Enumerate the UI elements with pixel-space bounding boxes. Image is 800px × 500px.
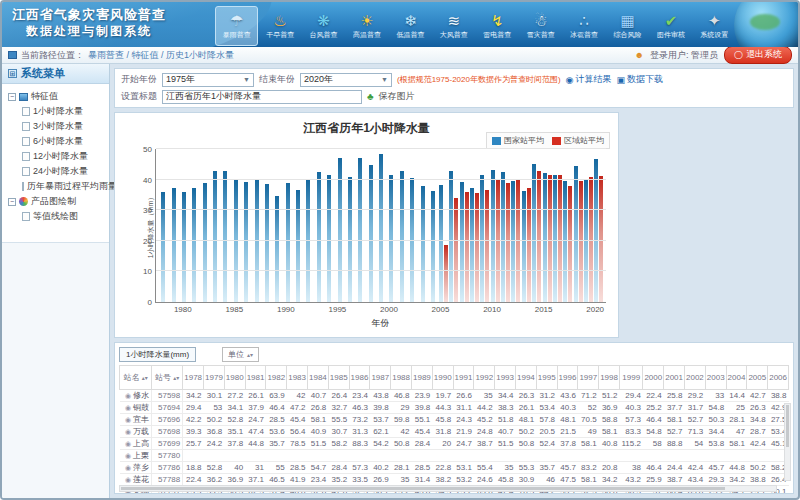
- station-name-cell[interactable]: ◉铜鼓: [120, 402, 152, 414]
- expand-icon[interactable]: −: [8, 93, 16, 101]
- national-bar-2016: [553, 175, 557, 302]
- station-name-cell[interactable]: ◉上栗: [120, 450, 152, 462]
- toolbar-wind-survey[interactable]: ≋大风普查: [432, 6, 475, 46]
- x-tick-1984: [217, 303, 225, 314]
- year-header-1994[interactable]: 1994: [515, 366, 536, 390]
- station-name-cell[interactable]: ◉莲花: [120, 474, 152, 486]
- logout-button[interactable]: ◯ 退出系统: [724, 46, 792, 64]
- year-header-1986[interactable]: 1986: [349, 366, 370, 390]
- vscroll-thumb[interactable]: [786, 405, 789, 447]
- radio-icon[interactable]: ◉: [125, 440, 131, 447]
- toolbar-hail-survey[interactable]: ∴冰雹普查: [562, 6, 605, 46]
- bar-group-2006: [449, 149, 459, 302]
- value-cell: 24.7: [245, 414, 266, 426]
- year-header-1978[interactable]: 1978: [183, 366, 204, 390]
- year-header-2000[interactable]: 2000: [643, 366, 664, 390]
- radio-icon[interactable]: ◉: [125, 452, 131, 459]
- year-header-1983[interactable]: 1983: [287, 366, 308, 390]
- year-header-1996[interactable]: 1996: [557, 366, 578, 390]
- table-row-万载[interactable]: ◉万载5769839.336.835.147.453.656.440.930.7…: [120, 426, 789, 438]
- year-header-1992[interactable]: 1992: [474, 366, 495, 390]
- radio-icon[interactable]: ◉: [125, 476, 131, 483]
- table-row-上高[interactable]: ◉上高5769925.724.237.844.835.778.551.558.2…: [120, 438, 789, 450]
- tree-item-历年暴雨过程平均雨量[interactable]: 历年暴雨过程平均雨量: [8, 179, 107, 194]
- table-row-宜丰[interactable]: ◉宜丰5769642.250.252.824.728.545.458.155.5…: [120, 414, 789, 426]
- year-header-1999[interactable]: 1999: [619, 366, 642, 390]
- year-header-1995[interactable]: 1995: [536, 366, 557, 390]
- year-header-1987[interactable]: 1987: [370, 366, 391, 390]
- tree-item-3小时降水量[interactable]: 3小时降水量: [8, 119, 107, 134]
- table-row-萍乡[interactable]: ◉萍乡5778618.852.840315528.554.728.457.340…: [120, 462, 789, 474]
- year-header-1989[interactable]: 1989: [412, 366, 433, 390]
- save-image-button[interactable]: 保存图片: [379, 90, 415, 103]
- tree-group-0[interactable]: −特征值: [8, 89, 107, 104]
- year-header-1993[interactable]: 1993: [495, 366, 516, 390]
- tree-item-24小时降水量[interactable]: 24小时降水量: [8, 164, 107, 179]
- year-header-2002[interactable]: 2002: [685, 366, 706, 390]
- tree-item-12小时降水量[interactable]: 12小时降水量: [8, 149, 107, 164]
- radio-icon[interactable]: ◉: [125, 464, 131, 471]
- unit-sort-control[interactable]: 单位▴▾: [222, 347, 259, 362]
- tree-group-label: 特征值: [31, 90, 58, 103]
- year-header-1979[interactable]: 1979: [204, 366, 225, 390]
- toolbar-typhoon-survey[interactable]: ❋台风普查: [302, 6, 345, 46]
- toolbar-rainstorm-survey[interactable]: ☂暴雨普查: [215, 6, 258, 46]
- tree-item-6小时降水量[interactable]: 6小时降水量: [8, 134, 107, 149]
- year-header-2005[interactable]: 2005: [747, 366, 768, 390]
- radio-icon[interactable]: ◉: [125, 404, 131, 411]
- expand-icon[interactable]: −: [8, 198, 16, 206]
- toolbar-snow-survey[interactable]: ☃雪灾普查: [519, 6, 562, 46]
- toolbar-lightning-survey[interactable]: ↯雷电普查: [476, 6, 519, 46]
- toolbar-system-settings[interactable]: ✦系统设置: [693, 6, 736, 46]
- year-header-1988[interactable]: 1988: [391, 366, 412, 390]
- station-name-cell[interactable]: ◉上高: [120, 438, 152, 450]
- station-name-cell[interactable]: ◉萍乡: [120, 462, 152, 474]
- table-row-修水[interactable]: ◉修水5759834.230.127.226.163.94240.726.423…: [120, 390, 789, 402]
- table-row-铜鼓[interactable]: ◉铜鼓5769429.45334.137.946.447.226.832.746…: [120, 402, 789, 414]
- radio-icon[interactable]: ◉: [125, 416, 131, 423]
- radio-icon[interactable]: ◉: [125, 428, 131, 435]
- table-row-上栗[interactable]: ◉上栗57780: [120, 450, 789, 462]
- app-title: 江西省气象灾害风险普查 数据处理与制图系统: [12, 7, 166, 39]
- station-name-cell[interactable]: ◉宜丰: [120, 414, 152, 426]
- year-header-2003[interactable]: 2003: [705, 366, 726, 390]
- radio-icon[interactable]: ◉: [125, 392, 131, 399]
- start-year-select[interactable]: 1975年▼: [162, 73, 254, 87]
- tree-item-1小时降水量[interactable]: 1小时降水量: [8, 104, 107, 119]
- tree-item-等值线绘图[interactable]: 等值线绘图: [8, 209, 107, 224]
- station-name-cell[interactable]: ◉修水: [120, 390, 152, 402]
- year-header-1980[interactable]: 1980: [224, 366, 245, 390]
- toolbar-comprehensive-risk[interactable]: ▦综合风险: [606, 6, 649, 46]
- year-header-1991[interactable]: 1991: [453, 366, 474, 390]
- year-header-1985[interactable]: 1985: [328, 366, 349, 390]
- table-row-莲花[interactable]: ◉莲花5778822.436.236.937.146.541.923.435.2…: [120, 474, 789, 486]
- toolbar-high-temp-survey[interactable]: ☀高温普查: [345, 6, 388, 46]
- year-header-1990[interactable]: 1990: [432, 366, 453, 390]
- year-header-1998[interactable]: 1998: [599, 366, 620, 390]
- horizontal-scrollbar[interactable]: [119, 485, 777, 492]
- end-year-select[interactable]: 2020年▼: [300, 73, 392, 87]
- toolbar-low-temp-survey[interactable]: ❄低温普查: [389, 6, 432, 46]
- toolbar-map-review[interactable]: ✔图件审核: [649, 6, 692, 46]
- data-download-button[interactable]: ▣ 数据下载: [616, 73, 663, 86]
- hscroll-thumb[interactable]: [121, 487, 725, 490]
- vertical-scrollbar[interactable]: [784, 403, 791, 481]
- unit-button[interactable]: 1小时降水量(mm): [119, 347, 196, 362]
- bar-group-1998: [366, 149, 376, 302]
- column-header-站号[interactable]: 站号 ▴▾: [152, 366, 183, 390]
- tree-group-1[interactable]: −产品图绘制: [8, 194, 107, 209]
- value-cell: 54.8: [643, 426, 664, 438]
- year-header-1984[interactable]: 1984: [308, 366, 329, 390]
- station-name-cell[interactable]: ◉万载: [120, 426, 152, 438]
- column-header-站名[interactable]: 站名 ▴▾: [120, 366, 152, 390]
- breadcrumb[interactable]: 暴雨普查 / 特征值 / 历史1小时降水量: [88, 49, 234, 62]
- calc-result-button[interactable]: ◉ 计算结果: [566, 73, 612, 86]
- toolbar-drought-survey[interactable]: ♨干旱普查: [258, 6, 301, 46]
- year-header-1997[interactable]: 1997: [578, 366, 599, 390]
- chart-title-input[interactable]: 江西省历年1小时降水量: [162, 90, 362, 104]
- year-header-2004[interactable]: 2004: [726, 366, 747, 390]
- year-header-1982[interactable]: 1982: [266, 366, 287, 390]
- year-header-2006[interactable]: 2006: [768, 366, 789, 390]
- year-header-2001[interactable]: 2001: [664, 366, 685, 390]
- year-header-1981[interactable]: 1981: [245, 366, 266, 390]
